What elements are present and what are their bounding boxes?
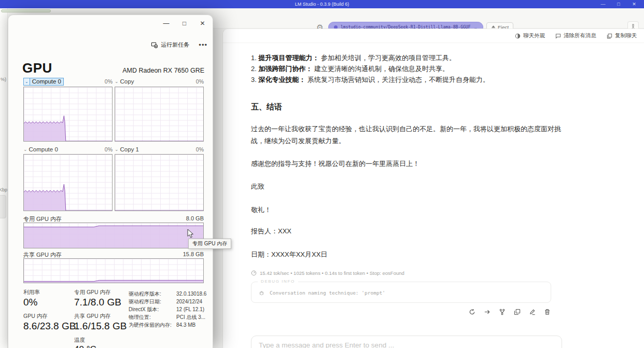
page-title: GPU bbox=[22, 60, 52, 76]
debug-info-legend: DEBUG INFO bbox=[258, 279, 298, 284]
chart-header-compute0: ⌄ Compute 0 0% bbox=[23, 78, 113, 85]
numbered-list: 1. 提升项目管理能力： 参加相关培训，学习更高效的项目管理工具。 2. 加强跨… bbox=[251, 52, 562, 85]
tooltip: 专用 GPU 内存 bbox=[188, 239, 231, 249]
debug-info-text: Conversation naming technique: 'prompt' bbox=[270, 290, 385, 296]
debug-info-box: DEBUG INFO Conversation naming technique… bbox=[251, 282, 551, 303]
lmstudio-window-controls: — □ ✕ bbox=[595, 0, 642, 8]
task-manager-window: — □ ✕ 运行新任务 ••• GPU AMD Radeon RX 7650 G… bbox=[8, 15, 213, 348]
paragraph: 感谢您的指导与支持！祝愿公司在新的一年里蒸蒸日上！ bbox=[251, 158, 562, 170]
regenerate-icon bbox=[469, 309, 475, 315]
shared-memory-chart[interactable] bbox=[23, 258, 204, 283]
continue-button[interactable] bbox=[483, 308, 491, 316]
list-item: 3. 深化专业技能： 系统复习市场营销知识，关注行业动态，不断提升自身能力。 bbox=[251, 74, 562, 85]
assistant-message: 1. 提升项目管理能力： 参加相关培训，学习更高效的项目管理工具。 2. 加强跨… bbox=[251, 52, 562, 348]
branch-button[interactable] bbox=[498, 308, 506, 316]
edit-button[interactable] bbox=[528, 308, 536, 316]
chart-header-compute0-b: ⌄Compute 0 0% bbox=[23, 146, 113, 153]
lmstudio-titlebar: LM Studio - 0.3.9 (Build 6) — □ ✕ bbox=[0, 0, 644, 8]
appearance-icon bbox=[515, 33, 521, 39]
shared-memory-stat: 1.6/15.8 GB bbox=[74, 321, 127, 332]
trash-icon bbox=[544, 309, 551, 315]
copy1-chart[interactable] bbox=[115, 154, 204, 211]
run-new-task-icon bbox=[151, 41, 158, 48]
shared-memory-max: 15.8 GB bbox=[183, 251, 204, 259]
clear-messages-icon bbox=[555, 33, 561, 39]
utilization-value: 0% bbox=[196, 78, 204, 85]
chart-header-copy: ⌄Copy 0% bbox=[115, 78, 204, 85]
physical-location-row: 物理位置:PCI 总线 3... bbox=[129, 313, 206, 321]
more-options-button[interactable]: ••• bbox=[199, 41, 207, 49]
delete-button[interactable] bbox=[543, 308, 551, 316]
message-input-box: 用户 (Ctrl + U) Insert (Ctrl + I) 发送 ↵ bbox=[251, 336, 562, 348]
arrow-right-icon bbox=[484, 309, 491, 315]
gpu-name: AMD Radeon RX 7650 GRE bbox=[122, 67, 204, 76]
regenerate-button[interactable] bbox=[468, 308, 476, 316]
engine-selector-compute0[interactable]: ⌄ Compute 0 bbox=[23, 78, 64, 86]
reporter-line: 报告人：XXX bbox=[251, 227, 562, 236]
copy-button[interactable] bbox=[513, 308, 521, 316]
chat-actions-bar: 聊天外观 清除所有消息 复制聊天 bbox=[223, 29, 644, 43]
message-actions bbox=[251, 308, 551, 316]
panel-fragment bbox=[0, 195, 6, 218]
mouse-cursor bbox=[187, 229, 194, 239]
driver-date-row: 驱动程序日期:2024/12/24 bbox=[129, 298, 206, 305]
chevron-down-icon: ⌄ bbox=[24, 78, 30, 85]
taskmanager-window-controls: — □ ✕ bbox=[157, 18, 212, 29]
background-window-fragment: %) 0 Kbp bbox=[0, 8, 8, 348]
closing-line: 敬礼！ bbox=[251, 205, 562, 215]
copy-icon bbox=[514, 309, 521, 315]
closing-line: 此致 bbox=[251, 182, 562, 191]
dedicated-memory-stat: 7.1/8.0 GB bbox=[74, 297, 127, 308]
engine-selector-copy[interactable]: ⌄Copy bbox=[115, 78, 134, 85]
branch-icon bbox=[499, 309, 506, 315]
chat-panel: 聊天外观 清除所有消息 复制聊天 1. 提升项目管理能力： 参加相关培训，学习更… bbox=[222, 29, 644, 348]
minimize-button[interactable]: — bbox=[595, 0, 611, 8]
dedicated-memory-chart[interactable] bbox=[23, 222, 204, 248]
driver-version-row: 驱动程序版本:32.0.13018.6 bbox=[129, 290, 206, 298]
dedicated-memory-max: 8.0 GB bbox=[186, 215, 204, 223]
message-input[interactable] bbox=[259, 341, 554, 348]
gauge-icon bbox=[251, 270, 257, 276]
utilization-value: 0% bbox=[196, 146, 204, 152]
copy-chart[interactable] bbox=[115, 87, 204, 142]
bug-icon bbox=[259, 290, 264, 296]
gpu-memory-stat: 8.6/23.8 GB bbox=[23, 321, 76, 332]
list-item: 2. 加强跨部门协作： 建立更清晰的沟通机制，确保信息及时共享。 bbox=[251, 63, 562, 74]
compute0-chart-b[interactable] bbox=[23, 154, 113, 211]
shared-memory-header: 共享 GPU 内存 15.8 GB bbox=[23, 251, 204, 259]
gpu-header: GPU AMD Radeon RX 7650 GRE bbox=[22, 60, 204, 76]
directx-version-row: DirectX 版本:12 (FL 12.1) bbox=[129, 305, 206, 313]
taskmanager-toolbar: 运行新任务 ••• bbox=[151, 41, 207, 49]
close-button[interactable]: ✕ bbox=[193, 18, 212, 29]
lmstudio-title: LM Studio - 0.3.9 (Build 6) bbox=[295, 2, 349, 7]
reserved-memory-row: 为硬件保留的内存:84.3 MB bbox=[129, 321, 206, 329]
section-heading: 五、结语 bbox=[251, 102, 562, 112]
utilization-value: 0% bbox=[105, 146, 113, 152]
date-line: 日期：XXXX年XX月XX日 bbox=[251, 250, 562, 259]
close-button[interactable]: ✕ bbox=[626, 0, 642, 8]
chart-header-copy1: ⌄Copy 1 0% bbox=[115, 146, 204, 153]
edit-icon bbox=[529, 309, 536, 315]
minimize-button[interactable]: — bbox=[157, 18, 175, 29]
background-window-fragment bbox=[1, 9, 51, 12]
run-new-task-button[interactable]: 运行新任务 bbox=[151, 41, 189, 49]
axis-label-fragment: 0 Kbp bbox=[0, 187, 7, 192]
dedicated-memory-header: 专用 GPU 内存 8.0 GB bbox=[23, 215, 204, 223]
utilization-stat: 0% bbox=[23, 297, 76, 308]
screen: LM Studio - 0.3.9 (Build 6) — □ ✕ ⚙ lmst… bbox=[0, 0, 644, 348]
maximize-button[interactable]: □ bbox=[175, 18, 193, 29]
compute0-chart[interactable] bbox=[23, 87, 113, 142]
duplicate-chat-button[interactable]: 复制聊天 bbox=[607, 32, 637, 39]
temperature-stat: 40 °C bbox=[74, 344, 127, 348]
engine-selector-copy1[interactable]: ⌄Copy 1 bbox=[115, 146, 139, 152]
list-item: 1. 提升项目管理能力： 参加相关培训，学习更高效的项目管理工具。 bbox=[251, 52, 562, 63]
copy-chat-icon bbox=[607, 33, 612, 39]
maximize-button[interactable]: □ bbox=[611, 0, 626, 8]
chat-appearance-button[interactable]: 聊天外观 bbox=[515, 32, 545, 39]
axis-label-fragment: %) bbox=[1, 77, 6, 82]
engine-selector-compute0-b[interactable]: ⌄Compute 0 bbox=[23, 146, 58, 152]
paragraph: 过去的一年让我收获了宝贵的经验，也让我认识到自己的不足。新的一年，我将以更加积极… bbox=[251, 123, 562, 147]
utilization-value: 0% bbox=[105, 78, 113, 85]
generation-stats: 15.42 tok/sec • 1025 tokens • 0.14s to f… bbox=[251, 270, 562, 276]
clear-all-messages-button[interactable]: 清除所有消息 bbox=[555, 32, 596, 39]
